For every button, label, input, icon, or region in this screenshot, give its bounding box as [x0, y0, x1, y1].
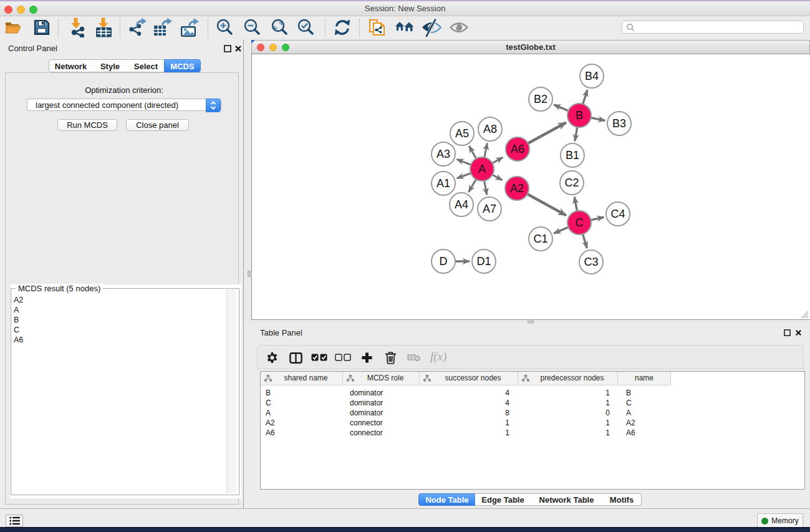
- svg-text:A: A: [478, 163, 486, 175]
- svg-text:A7: A7: [483, 203, 496, 215]
- svg-text:A2: A2: [510, 182, 524, 195]
- svg-text:A4: A4: [455, 198, 468, 211]
- svg-text:C2: C2: [564, 177, 579, 189]
- svg-text:D: D: [440, 255, 448, 268]
- svg-text:B2: B2: [534, 93, 547, 105]
- svg-text:C4: C4: [610, 208, 625, 220]
- svg-text:A3: A3: [436, 148, 450, 160]
- svg-text:C: C: [576, 216, 584, 229]
- svg-text:A6: A6: [511, 143, 524, 155]
- svg-text:B3: B3: [612, 117, 626, 130]
- svg-text:C1: C1: [533, 233, 547, 245]
- svg-text:B1: B1: [566, 149, 579, 162]
- svg-text:A1: A1: [436, 177, 450, 190]
- svg-text:B4: B4: [585, 70, 599, 82]
- svg-text:D1: D1: [476, 255, 491, 268]
- svg-text:A8: A8: [483, 123, 497, 135]
- svg-text:A5: A5: [455, 127, 469, 140]
- svg-text:B: B: [576, 109, 583, 122]
- svg-text:C3: C3: [584, 256, 598, 268]
